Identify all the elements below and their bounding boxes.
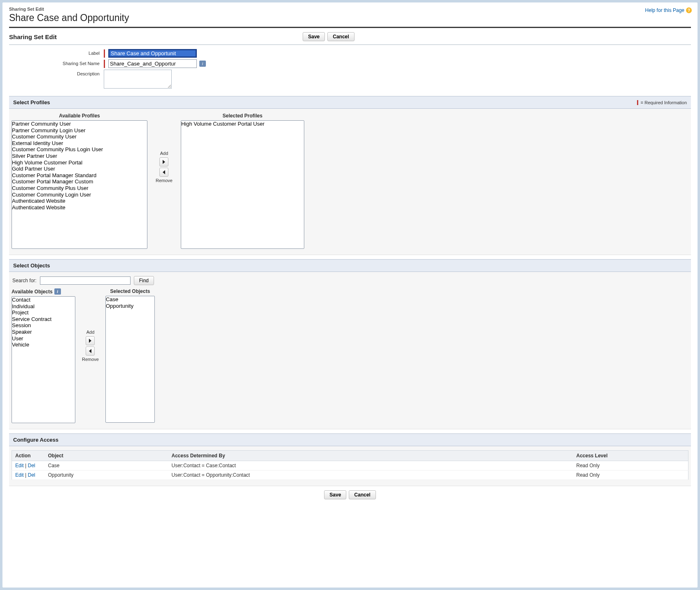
list-item[interactable]: Silver Partner User [12, 153, 147, 159]
del-link[interactable]: Del [28, 463, 35, 468]
label-field-label: Label [9, 49, 104, 56]
list-item[interactable]: High Volume Customer Portal User [181, 121, 304, 127]
form-block: Label Sharing Set Name i Description [2, 45, 698, 96]
selected-objects-list[interactable]: CaseOpportunity [105, 296, 155, 423]
chevron-right-icon [163, 160, 165, 164]
list-item[interactable]: Customer Community Plus User [12, 185, 147, 192]
required-indicator [637, 100, 638, 105]
list-item[interactable]: Authenticated Website [12, 198, 147, 204]
available-profiles-list[interactable]: Partner Community UserPartner Community … [12, 120, 147, 249]
list-item[interactable]: Session [12, 322, 75, 329]
chevron-left-icon [163, 170, 165, 174]
add-label: Add [86, 330, 95, 335]
available-objects-label: Available Objects [12, 289, 53, 295]
remove-object-button[interactable] [86, 347, 95, 356]
section-title-access: Configure Access [13, 437, 58, 443]
list-item[interactable]: Opportunity [106, 303, 154, 309]
table-row: Edit | DelOpportunityUser:Contact = Oppo… [12, 471, 688, 480]
table-header-row: Action Object Access Determined By Acces… [12, 451, 688, 461]
add-label: Add [160, 151, 168, 156]
list-item[interactable]: Vehicle [12, 342, 75, 348]
list-item[interactable]: Customer Community Plus Login User [12, 146, 147, 153]
list-item[interactable]: Speaker [12, 329, 75, 335]
list-item[interactable]: External Identity User [12, 140, 147, 147]
available-objects-list[interactable]: ContactIndividualProjectService Contract… [12, 296, 75, 423]
sharing-set-name-label: Sharing Set Name [9, 59, 104, 66]
info-icon[interactable]: i [54, 288, 61, 295]
list-item[interactable]: User [12, 335, 75, 342]
section-title-sharing-set-edit: Sharing Set Edit [9, 33, 57, 40]
section-band-objects: Select Objects [9, 259, 691, 272]
list-item[interactable]: Service Contract [12, 316, 75, 323]
access-body: Action Object Access Determined By Acces… [9, 446, 691, 486]
search-for-label: Search for: [12, 278, 37, 283]
required-legend: = Required Information [637, 100, 687, 105]
list-item[interactable]: Customer Portal Manager Custom [12, 178, 147, 185]
remove-label: Remove [82, 357, 99, 362]
list-item[interactable]: Case [106, 296, 154, 303]
page-header-sub: Sharing Set Edit [9, 7, 691, 12]
list-item[interactable]: Partner Community User [12, 121, 147, 127]
list-item[interactable]: Project [12, 309, 75, 316]
selected-objects-label: Selected Objects [110, 288, 150, 294]
help-icon: ? [686, 7, 692, 13]
cancel-button-bottom[interactable]: Cancel [349, 490, 376, 499]
list-item[interactable]: Customer Portal Manager Standard [12, 172, 147, 179]
edit-link[interactable]: Edit [15, 472, 24, 478]
profiles-body: Available Profiles Partner Community Use… [9, 109, 691, 255]
search-objects-input[interactable] [40, 276, 131, 285]
description-label: Description [9, 70, 104, 76]
save-button[interactable]: Save [303, 32, 325, 41]
add-profile-button[interactable] [159, 157, 168, 166]
list-item[interactable]: High Volume Customer Portal [12, 159, 147, 166]
save-button-bottom[interactable]: Save [324, 490, 346, 499]
label-input[interactable] [108, 49, 197, 58]
access-table: Action Object Access Determined By Acces… [12, 450, 688, 480]
required-indicator [104, 60, 105, 68]
table-row: Edit | DelCaseUser:Contact = Case:Contac… [12, 461, 688, 471]
description-textarea[interactable] [104, 70, 172, 89]
selected-profiles-label: Selected Profiles [223, 113, 263, 119]
bottom-toolbar: Save Cancel [2, 486, 698, 507]
chevron-left-icon [89, 349, 91, 353]
cell-by: User:Contact = Case:Contact [168, 461, 573, 471]
del-link[interactable]: Del [28, 472, 35, 478]
add-object-button[interactable] [86, 336, 95, 345]
find-button[interactable]: Find [134, 276, 154, 285]
section-band-access: Configure Access [9, 433, 691, 446]
available-profiles-label: Available Profiles [59, 113, 100, 119]
cell-level: Read Only [573, 461, 688, 471]
list-item[interactable]: Partner Community Login User [12, 127, 147, 134]
section-title-objects: Select Objects [13, 262, 50, 269]
cell-by: User:Contact = Opportunity:Contact [168, 471, 573, 480]
required-indicator [104, 49, 105, 58]
cell-object: Opportunity [45, 471, 168, 480]
selected-profiles-list[interactable]: High Volume Customer Portal User [181, 120, 304, 249]
cell-object: Case [45, 461, 168, 471]
list-item[interactable]: Gold Partner User [12, 166, 147, 172]
cancel-button[interactable]: Cancel [327, 32, 354, 41]
info-icon[interactable]: i [199, 61, 206, 67]
page-container: Help for this Page ? Sharing Set Edit Sh… [2, 2, 698, 588]
list-item[interactable]: Customer Community Login User [12, 192, 147, 198]
objects-body: Search for: Find Available Objects i Con… [9, 272, 691, 429]
list-item[interactable]: Contact [12, 297, 75, 303]
col-level: Access Level [573, 451, 688, 461]
remove-profile-button[interactable] [159, 168, 168, 177]
help-link: Help for this Page ? [645, 7, 692, 13]
edit-link[interactable]: Edit [15, 463, 24, 468]
help-for-page-link[interactable]: Help for this Page [645, 7, 684, 13]
list-item[interactable]: Customer Community User [12, 133, 147, 140]
page-header: Sharing Set Edit Share Case and Opportun… [2, 2, 698, 27]
page-title: Share Case and Opportunity [9, 12, 691, 23]
section-band-profiles: Select Profiles = Required Information [9, 96, 691, 109]
col-action: Action [12, 451, 45, 461]
cell-level: Read Only [573, 471, 688, 480]
list-item[interactable]: Authenticated Website [12, 204, 147, 211]
toolbar: Sharing Set Edit Save Cancel [2, 28, 698, 44]
col-by: Access Determined By [168, 451, 573, 461]
remove-label: Remove [156, 178, 173, 183]
col-object: Object [45, 451, 168, 461]
sharing-set-name-input[interactable] [108, 59, 197, 68]
list-item[interactable]: Individual [12, 303, 75, 310]
